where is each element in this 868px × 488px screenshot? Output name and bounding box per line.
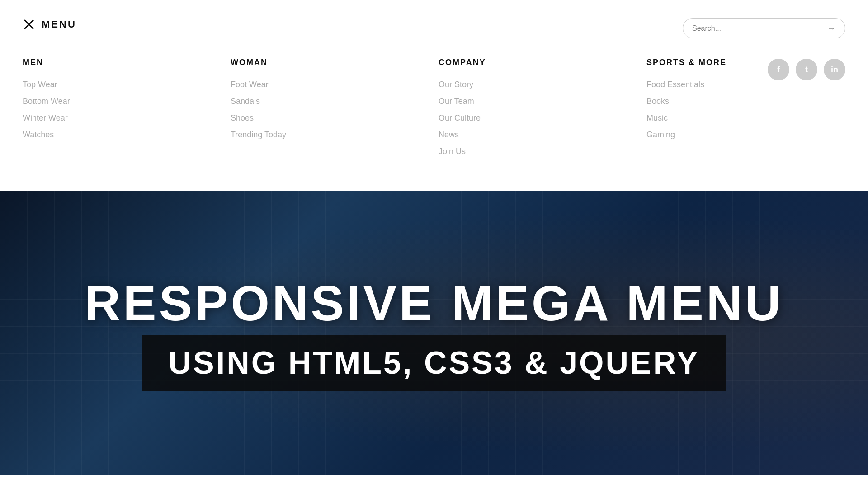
search-input[interactable] [692,24,827,33]
close-icon [23,18,35,31]
menu-item-news[interactable]: News [439,130,628,140]
facebook-icon[interactable]: f [768,59,789,80]
nav-area: MENU → f t in MENTop WearBottom WearWint… [0,0,868,191]
menu-item-shoes[interactable]: Shoes [231,113,420,123]
menu-item-sandals[interactable]: Sandals [231,97,420,106]
menu-item-books[interactable]: Books [646,97,836,106]
menu-item-our-culture[interactable]: Our Culture [439,113,628,123]
menu-label: MENU [42,19,76,30]
column-title-men: MEN [23,58,212,67]
menu-column-men: MENTop WearBottom WearWinter WearWatches [23,58,222,164]
twitter-icon[interactable]: t [796,59,817,80]
menu-item-food-essentials[interactable]: Food Essentials [646,80,836,89]
menu-item-our-story[interactable]: Our Story [439,80,628,89]
linkedin-icon[interactable]: in [824,59,845,80]
hero-title: RESPONSIVE MEGA MENU [85,276,783,330]
mega-menu: MENTop WearBottom WearWinter WearWatches… [23,58,845,164]
menu-item-bottom-wear[interactable]: Bottom Wear [23,97,212,106]
menu-item-gaming[interactable]: Gaming [646,130,836,140]
search-submit-icon[interactable]: → [827,23,836,33]
search-bar: → [683,18,845,38]
menu-column-woman: WOMANFoot WearSandalsShoesTrending Today [222,58,429,164]
menu-item-trending-today[interactable]: Trending Today [231,130,420,140]
menu-column-company: COMPANYOur StoryOur TeamOur CultureNewsJ… [429,58,637,164]
hero-section: RESPONSIVE MEGA MENU USING HTML5, CSS3 &… [0,191,868,475]
hero-background [0,191,868,475]
column-title-woman: WOMAN [231,58,420,67]
menu-item-our-team[interactable]: Our Team [439,97,628,106]
menu-item-foot-wear[interactable]: Foot Wear [231,80,420,89]
column-title-company: COMPANY [439,58,628,67]
hero-subtitle-wrapper: USING HTML5, CSS3 & JQUERY [142,335,727,391]
social-icons: f t in [768,59,845,80]
menu-item-top-wear[interactable]: Top Wear [23,80,212,89]
menu-item-music[interactable]: Music [646,113,836,123]
menu-item-join-us[interactable]: Join Us [439,147,628,156]
hero-subtitle: USING HTML5, CSS3 & JQUERY [169,345,700,381]
menu-item-watches[interactable]: Watches [23,130,212,140]
menu-item-winter-wear[interactable]: Winter Wear [23,113,212,123]
